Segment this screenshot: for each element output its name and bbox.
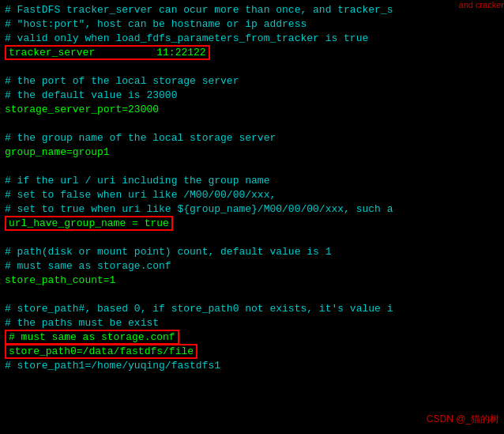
line-11: # set to false when uri like /M00/00/00/… <box>5 188 499 202</box>
line-17: # store_path#, based 0, if store_path0 n… <box>5 302 499 316</box>
line-6: # the default value is 23000 <box>5 89 499 103</box>
url-have-group-highlight: url_have_group_name = true <box>5 216 173 231</box>
line-20: store_path0=/data/fastdfs/file <box>5 345 499 359</box>
line-14: # path(disk or mount point) count, defau… <box>5 245 499 259</box>
line-18: # the paths must be exist <box>5 316 499 330</box>
line-1: # FastDFS tracker_server can ocur more t… <box>5 3 499 17</box>
line-13: url_have_group_name = true <box>5 217 499 231</box>
tracker-server-highlight: tracker_server 11:22122 <box>5 45 210 60</box>
store-path0-highlight: store_path0=/data/fastdfs/file <box>5 344 197 359</box>
must-same-highlight: # must same as storage.conf <box>5 330 179 345</box>
line-21: # store_path1=/home/yuqing/fastdfs1 <box>5 359 499 373</box>
line-9: group_name=group1 <box>5 145 499 160</box>
code-editor: and cracker # FastDFS tracker_server can… <box>0 0 504 434</box>
line-15: # must same as storage.conf <box>5 259 499 274</box>
watermark-bottom: CSDN @_猫的树 <box>427 413 499 426</box>
line-blank-4 <box>5 231 499 245</box>
line-5: # the port of the local storage server <box>5 74 499 89</box>
line-12: # set to true when uri like ${group_name… <box>5 202 499 217</box>
line-3: # valid only when load_fdfs_parameters_f… <box>5 32 499 46</box>
line-blank-5 <box>5 288 499 302</box>
line-8: # the group name of the local storage se… <box>5 131 499 145</box>
watermark-top: and cracker <box>459 0 504 9</box>
line-16: store_path_count=1 <box>5 274 499 288</box>
line-10: # if the url / uri including the group n… <box>5 174 499 188</box>
line-blank-3 <box>5 160 499 174</box>
line-19: # must same as storage.conf <box>5 330 499 345</box>
line-blank-1 <box>5 60 499 74</box>
line-blank-2 <box>5 117 499 131</box>
line-2: # "host:port", host can be hostname or i… <box>5 17 499 32</box>
line-4: tracker_server 11:22122 <box>5 46 499 60</box>
line-7: storage_server_port=23000 <box>5 103 499 117</box>
